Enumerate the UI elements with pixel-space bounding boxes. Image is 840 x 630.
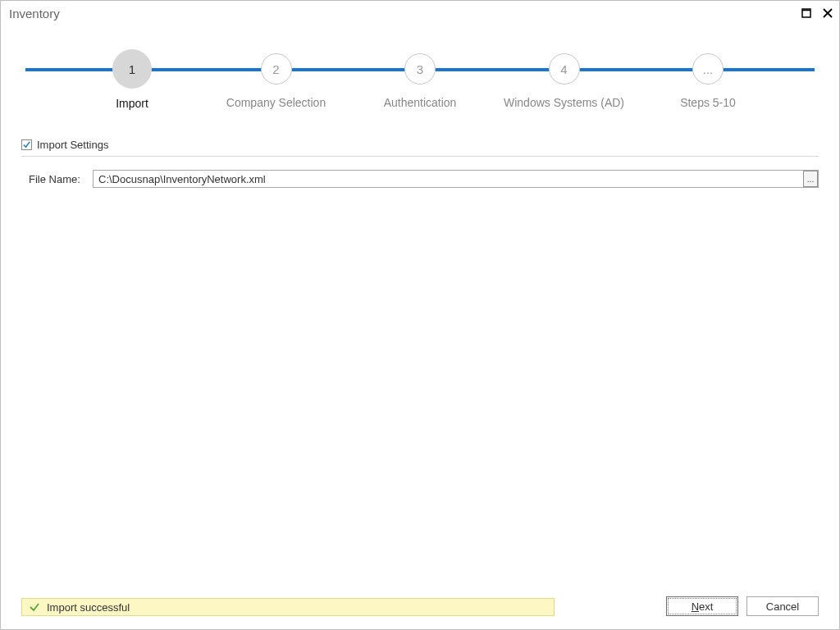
file-name-input-wrap: ... (93, 170, 819, 188)
wizard-stepper: 1 Import 2 Company Selection 3 Authentic… (17, 43, 823, 111)
step-number: 4 (549, 53, 580, 84)
wizard-buttons: Next Cancel (666, 596, 819, 616)
maximize-icon (801, 8, 811, 18)
step-more[interactable]: ... Steps 5-10 (642, 43, 774, 110)
file-name-row: File Name: ... (29, 170, 819, 188)
browse-button[interactable]: ... (803, 171, 818, 187)
import-settings-label: Import Settings (37, 139, 108, 151)
import-settings-header: Import Settings (21, 139, 819, 157)
step-label: Company Selection (211, 96, 342, 109)
status-bar: Import successful (21, 598, 555, 616)
next-button[interactable]: Next (666, 596, 738, 616)
inventory-wizard-window: Inventory (0, 0, 840, 630)
step-authentication[interactable]: 3 Authentication (354, 43, 486, 110)
success-check-icon (29, 601, 40, 613)
file-name-input[interactable] (93, 170, 819, 188)
close-button[interactable] (821, 7, 834, 20)
step-number: 2 (261, 53, 292, 84)
step-number: ... (692, 53, 724, 84)
import-settings-checkbox[interactable] (21, 139, 32, 150)
content-area: 1 Import 2 Company Selection 3 Authentic… (1, 25, 839, 629)
maximize-button[interactable] (800, 7, 813, 20)
close-icon (823, 8, 833, 18)
cancel-button[interactable]: Cancel (746, 596, 819, 616)
stepper-nodes: 1 Import 2 Company Selection 3 Authentic… (17, 43, 823, 110)
footer: Import successful Next Cancel (1, 591, 839, 629)
step-number: 1 (112, 49, 152, 89)
step-windows-systems-ad[interactable]: 4 Windows Systems (AD) (499, 43, 630, 110)
step-number: 3 (404, 53, 436, 84)
step-company-selection[interactable]: 2 Company Selection (211, 43, 342, 110)
ellipsis-icon: ... (807, 175, 814, 184)
step-label: Import (66, 97, 198, 110)
titlebar: Inventory (1, 1, 839, 25)
check-icon (22, 140, 31, 149)
window-controls (800, 7, 834, 20)
step-import[interactable]: 1 Import (66, 43, 198, 110)
window-title: Inventory (9, 7, 60, 21)
step-label: Steps 5-10 (642, 96, 774, 109)
step-label: Authentication (354, 96, 486, 109)
status-text: Import successful (47, 601, 130, 614)
file-name-label: File Name: (29, 173, 93, 185)
step-label: Windows Systems (AD) (499, 96, 630, 109)
